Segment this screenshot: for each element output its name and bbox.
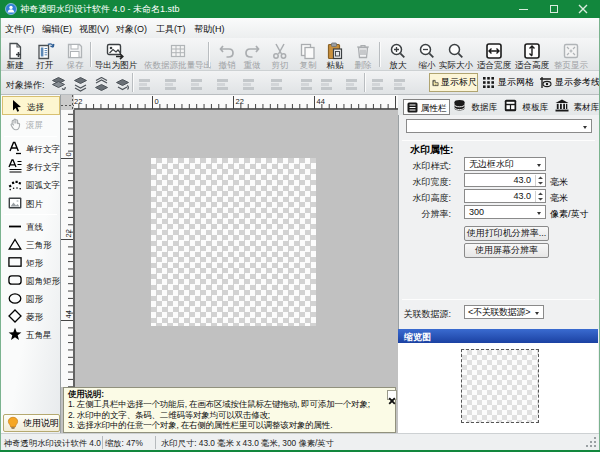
svg-text:44: 44 xyxy=(64,310,73,318)
svg-text:44: 44 xyxy=(317,97,325,106)
svg-text:22: 22 xyxy=(74,97,82,106)
svg-text:0: 0 xyxy=(155,97,159,106)
svg-text:22: 22 xyxy=(236,97,244,106)
svg-text:0: 0 xyxy=(64,152,73,156)
svg-text:22: 22 xyxy=(64,229,73,237)
